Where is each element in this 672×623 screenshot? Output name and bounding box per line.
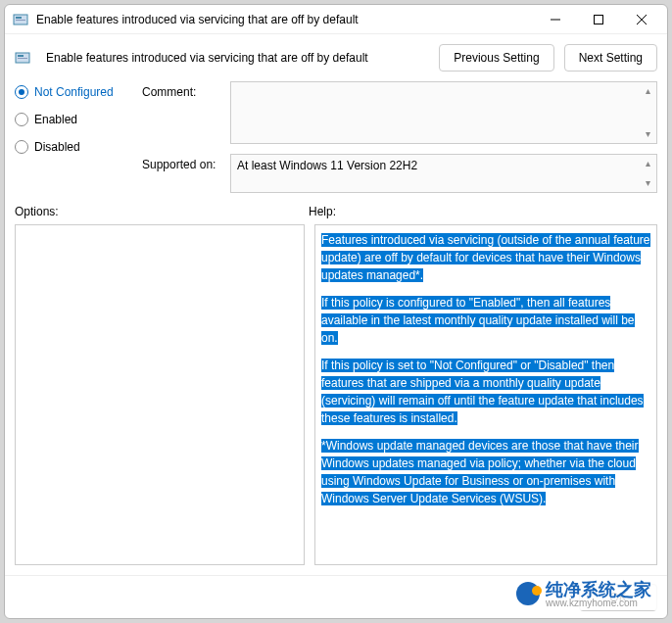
window-title: Enable features introduced via servicing… [36, 13, 359, 26]
supported-on-label: Supported on: [142, 154, 220, 193]
help-label: Help: [309, 205, 336, 218]
radio-disabled[interactable]: Disabled [15, 140, 132, 154]
scroll-down-icon[interactable]: ▾ [641, 127, 654, 141]
close-icon [637, 15, 647, 24]
help-paragraph: Features introduced via servicing (outsi… [321, 233, 650, 282]
help-paragraph: *Windows update managed devices are thos… [321, 439, 639, 505]
help-paragraph: If this policy is configured to "Enabled… [321, 296, 635, 345]
policy-icon [15, 50, 30, 66]
titlebar: Enable features introduced via servicing… [5, 5, 667, 34]
help-content: Features introduced via servicing (outsi… [321, 231, 650, 507]
radio-label: Disabled [34, 140, 80, 154]
radio-icon [15, 140, 28, 154]
supported-on-box: At least Windows 11 Version 22H2 ▴ ▾ [230, 154, 657, 193]
minimize-icon [551, 15, 560, 24]
options-pane [15, 224, 305, 565]
radio-label: Enabled [34, 113, 77, 126]
watermark-url: www.kzmyhome.com [546, 598, 651, 608]
dialog-window: Enable features introduced via servicing… [4, 4, 668, 619]
scroll-up-icon[interactable]: ▴ [641, 157, 654, 170]
comment-label: Comment: [142, 81, 220, 144]
maximize-icon [594, 15, 603, 24]
comment-input[interactable]: ▴ ▾ [230, 81, 657, 144]
maximize-button[interactable] [577, 6, 620, 33]
svg-rect-8 [18, 55, 24, 57]
header-row: Enable features introduced via servicing… [5, 34, 667, 75]
svg-rect-9 [18, 58, 27, 59]
watermark: 纯净系统之家 www.kzmyhome.com [510, 576, 657, 610]
help-pane[interactable]: Features introduced via servicing (outsi… [314, 224, 657, 565]
radio-not-configured[interactable]: Not Configured [15, 85, 132, 99]
scroll-down-icon[interactable]: ▾ [641, 176, 654, 190]
svg-rect-1 [16, 17, 22, 19]
scroll-up-icon[interactable]: ▴ [641, 84, 654, 98]
svg-rect-4 [595, 15, 603, 24]
radio-icon [15, 113, 28, 126]
next-setting-button[interactable]: Next Setting [564, 44, 657, 72]
watermark-logo-icon [516, 582, 540, 605]
options-label: Options: [15, 205, 309, 218]
policy-icon [13, 12, 28, 27]
previous-setting-button[interactable]: Previous Setting [439, 44, 553, 72]
minimize-button[interactable] [534, 6, 577, 33]
close-button[interactable] [620, 6, 663, 33]
watermark-text: 纯净系统之家 [546, 580, 651, 599]
svg-rect-2 [16, 20, 25, 21]
policy-title: Enable features introduced via servicing… [46, 51, 368, 65]
supported-on-value: At least Windows 11 Version 22H2 [237, 159, 417, 172]
radio-enabled[interactable]: Enabled [15, 113, 132, 126]
radio-icon [15, 85, 28, 99]
help-paragraph: If this policy is set to "Not Configured… [321, 359, 644, 425]
state-radio-group: Not Configured Enabled Disabled [15, 81, 132, 193]
radio-label: Not Configured [34, 85, 114, 99]
